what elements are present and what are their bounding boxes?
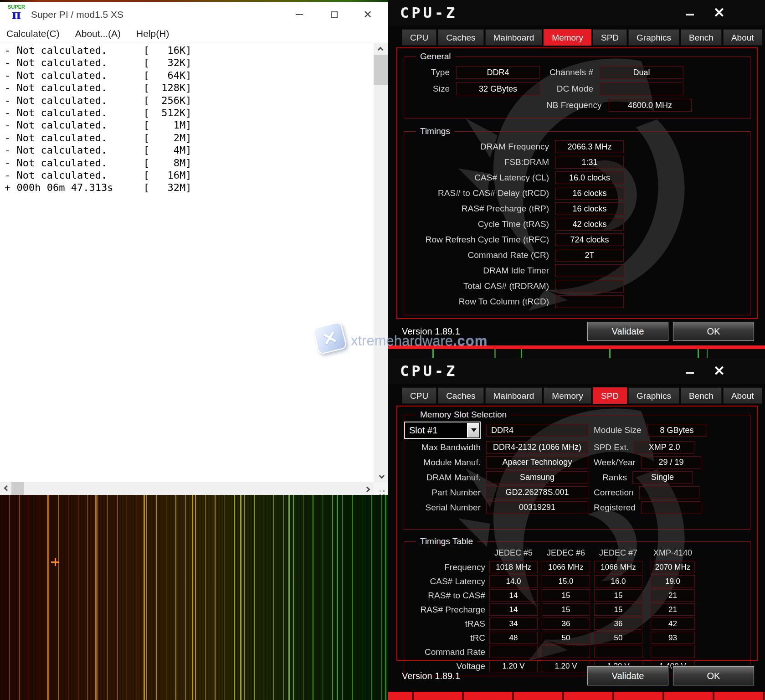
jedec5-value: 1018 MHz xyxy=(489,561,538,573)
jedec7-value: 16.0 xyxy=(594,575,642,587)
timing-value: 724 clocks xyxy=(555,233,624,246)
general-group: General Type DDR4 Channels # Dual Size 3… xyxy=(404,57,750,118)
ok-button[interactable]: OK xyxy=(673,322,754,341)
menu-calculate[interactable]: Calculate(C) xyxy=(6,28,60,39)
tab-about[interactable]: About xyxy=(723,29,762,46)
tab-cpu[interactable]: CPU xyxy=(402,29,436,46)
validate-button[interactable]: Validate xyxy=(587,322,668,341)
timing-value: 16.0 clocks xyxy=(555,171,624,184)
superpi-result-line: + 000h 06m 47.313s [ 32M] xyxy=(5,181,355,194)
tab-cpu[interactable]: CPU xyxy=(402,387,436,404)
jedec6-value: 15 xyxy=(542,589,590,602)
scroll-left-icon[interactable] xyxy=(0,482,12,495)
channels-label: Channels # xyxy=(546,67,593,77)
superpi-result-line: - Not calculated. [ 8M] xyxy=(5,157,355,169)
timings-table-group: Timings Table JEDEC #5 JEDEC #6 JEDEC #7… xyxy=(404,541,750,676)
xmp-value: 2070 MHz xyxy=(651,561,695,573)
xmp-value: 42 xyxy=(651,618,695,630)
cpuz-window-spd: CPU-Z ✕ CPU Caches Mainboard Memory SPD … xyxy=(388,358,765,692)
timing-value xyxy=(555,280,624,293)
jedec5-value xyxy=(489,646,538,658)
table-row: RAS# to CAS# 14 15 15 21 xyxy=(404,588,750,602)
tab-memory[interactable]: Memory xyxy=(544,29,591,46)
horizontal-scroll-thumb[interactable] xyxy=(11,482,24,495)
scroll-down-icon[interactable] xyxy=(374,470,388,482)
cpuz-titlebar[interactable]: CPU-Z ✕ xyxy=(388,358,765,384)
col-jedec7: JEDEC #7 xyxy=(594,548,642,558)
tab-bench[interactable]: Bench xyxy=(681,29,722,46)
timing-value xyxy=(555,295,624,308)
tab-about[interactable]: About xyxy=(723,387,762,404)
minimize-button[interactable] xyxy=(686,372,694,374)
superpi-result-line: - Not calculated. [ 16K] xyxy=(5,44,355,57)
validate-button[interactable]: Validate xyxy=(587,666,668,685)
resize-grip[interactable] xyxy=(374,482,388,495)
slot-group-label: Memory Slot Selection xyxy=(416,410,511,420)
tab-spd[interactable]: SPD xyxy=(593,387,627,404)
tab-graphics[interactable]: Graphics xyxy=(628,29,679,46)
slot-selected-value: Slot #1 xyxy=(405,425,437,436)
scroll-right-icon[interactable] xyxy=(362,482,374,495)
jedec7-value: 50 xyxy=(594,632,642,644)
timing-row: Total CAS# (tRDRAM) xyxy=(404,278,750,294)
vertical-scroll-thumb[interactable] xyxy=(374,55,388,85)
jedec7-value: 15 xyxy=(594,589,642,602)
minimize-button[interactable] xyxy=(289,7,310,22)
minimize-button[interactable] xyxy=(686,14,694,15)
timings-rows: DRAM Frequency 2066.3 MHz FSB:DRAM 1:31 xyxy=(404,139,750,309)
close-icon[interactable]: ✕ xyxy=(714,363,725,379)
timing-label: RAS# to CAS# Delay (tRCD) xyxy=(404,188,549,198)
timing-label: Row To Column (tRCD) xyxy=(404,297,549,307)
tab-mainboard[interactable]: Mainboard xyxy=(485,29,543,46)
memory-tab-content: General Type DDR4 Channels # Dual Size 3… xyxy=(396,47,758,319)
dropdown-button[interactable] xyxy=(467,423,479,438)
ranks-label: Ranks xyxy=(594,473,627,483)
tab-graphics[interactable]: Graphics xyxy=(628,387,679,404)
desktop-screen: SUPER π Super PI / mod1.5 XS ✕ Calculate… xyxy=(0,0,765,700)
registered-label: Registered xyxy=(594,503,636,513)
tab-spd[interactable]: SPD xyxy=(593,29,627,46)
superpi-results: - Not calculated. [ 16K] - Not calculate… xyxy=(5,44,355,194)
maximize-button[interactable] xyxy=(323,7,344,22)
close-icon[interactable]: ✕ xyxy=(714,5,725,21)
timings-table-header: JEDEC #5 JEDEC #6 JEDEC #7 XMP-4140 xyxy=(404,546,750,560)
type-value: DDR4 xyxy=(456,66,540,79)
timing-value: 2T xyxy=(555,249,624,262)
timing-value: 42 clocks xyxy=(555,218,624,231)
menu-about[interactable]: About...(A) xyxy=(75,28,121,39)
tab-mainboard[interactable]: Mainboard xyxy=(485,387,543,404)
jedec7-value: 1066 MHz xyxy=(594,561,642,573)
superpi-menubar: Calculate(C) About...(A) Help(H) xyxy=(0,26,388,42)
slot-select-dropdown[interactable]: Slot #1 xyxy=(404,422,481,439)
cpuz-tab-bar: CPU Caches Mainboard Memory SPD Graphics… xyxy=(402,387,762,404)
module-manuf-value: Apacer Technology xyxy=(486,456,588,469)
superpi-result-line: - Not calculated. [ 32K] xyxy=(5,57,355,69)
superpi-titlebar[interactable]: SUPER π Super PI / mod1.5 XS ✕ xyxy=(0,2,388,26)
jedec5-value: 14 xyxy=(489,603,538,616)
crosshair-cursor-icon xyxy=(51,558,59,566)
table-row: Frequency 1018 MHz 1066 MHz 1066 MHz 207… xyxy=(404,560,750,574)
menu-help[interactable]: Help(H) xyxy=(136,28,169,39)
tab-caches[interactable]: Caches xyxy=(438,29,483,46)
row-label: Command Rate xyxy=(404,647,485,657)
tab-caches[interactable]: Caches xyxy=(438,387,483,404)
timing-row: RAS# Precharge (tRP) 16 clocks xyxy=(404,201,750,216)
row-label: tRAS xyxy=(404,619,485,629)
table-row: CAS# Latency 14.0 15.0 16.0 19.0 xyxy=(404,574,750,588)
scroll-up-icon[interactable] xyxy=(374,43,388,55)
wallpaper-tint xyxy=(0,495,388,700)
vertical-scrollbar[interactable] xyxy=(374,43,388,482)
timing-row: Command Rate (CR) 2T xyxy=(404,247,750,263)
timing-label: Command Rate (CR) xyxy=(404,250,549,260)
ok-button[interactable]: OK xyxy=(673,666,754,685)
cpuz-titlebar[interactable]: CPU-Z ✕ xyxy=(388,0,765,26)
tab-memory[interactable]: Memory xyxy=(544,387,591,404)
xmp-value xyxy=(651,646,695,658)
tab-bench[interactable]: Bench xyxy=(681,387,722,404)
close-icon[interactable]: ✕ xyxy=(357,7,378,22)
type-label: Type xyxy=(404,67,450,77)
table-row: tRAS 34 36 36 42 xyxy=(404,617,750,631)
xmp-value: 21 xyxy=(651,603,695,616)
horizontal-scrollbar[interactable] xyxy=(0,482,374,495)
superpi-result-line: - Not calculated. [ 128K] xyxy=(5,82,355,94)
